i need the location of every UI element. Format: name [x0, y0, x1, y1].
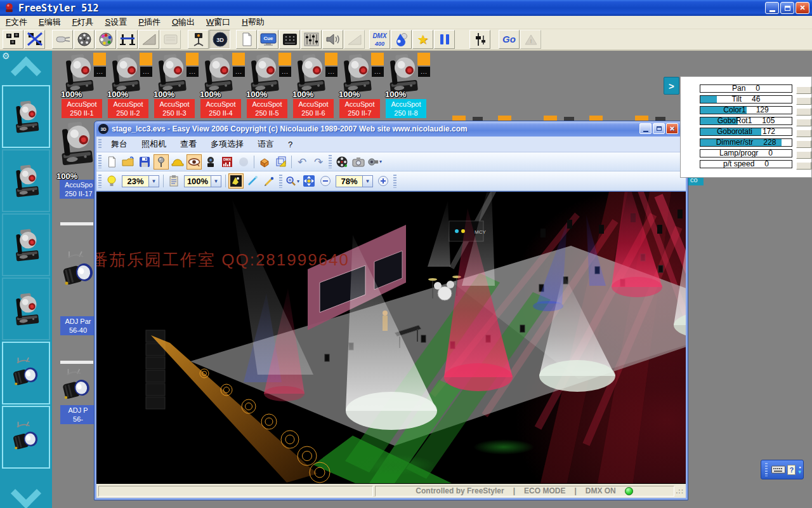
beam-button[interactable]	[138, 30, 159, 49]
droplet-button[interactable]	[391, 30, 412, 49]
ev-close-button[interactable]: ✕	[666, 123, 678, 134]
slider-track[interactable]: Dimmer/str228	[700, 138, 792, 147]
ev-undo-button[interactable]: ↶	[294, 154, 310, 170]
fixture-more-button[interactable]: ...	[372, 67, 384, 77]
faders-button[interactable]	[301, 30, 322, 49]
ev-menu-item[interactable]: 语言	[251, 137, 280, 151]
fixture-more-button[interactable]: ...	[187, 67, 199, 77]
keyboard-button[interactable]	[771, 465, 785, 474]
gear-icon[interactable]: ⚙	[2, 51, 10, 61]
fixture-more-button[interactable]: ...	[140, 67, 152, 77]
fixture-color-swatch[interactable]	[93, 53, 106, 65]
fixture-adj-par-1[interactable]: ADJ Par56-40	[60, 222, 97, 337]
dropdown-caret-icon[interactable]: ▼	[211, 175, 221, 187]
menu-item[interactable]: P插件	[133, 15, 166, 29]
fixture-accuspot-17[interactable]: 100% AccuSpo250 II-17	[56, 118, 95, 201]
fixture-color-swatch[interactable]	[140, 53, 152, 65]
dropdown-caret-icon[interactable]: ▼	[362, 175, 373, 187]
channel-slider-tilt[interactable]: Tilt46	[700, 95, 811, 104]
color-wheel-button[interactable]	[95, 30, 116, 49]
ev-menu-item[interactable]: 照相机	[135, 137, 173, 151]
fixture-250-ii-3[interactable]: ...100%AccuSpot250 II-3	[153, 53, 199, 118]
ev-texture-button[interactable]	[228, 173, 244, 189]
slider-track[interactable]: Lamp/progr0	[700, 149, 792, 157]
lamp-button[interactable]	[52, 30, 73, 49]
fixture-250-ii-2[interactable]: ...100%AccuSpot250 II-2	[107, 53, 153, 118]
ev-menu-item[interactable]: 多项选择	[204, 137, 250, 151]
pause-button[interactable]	[434, 30, 455, 49]
channel-slider-goborot1[interactable]: GoboRot1105	[700, 117, 811, 125]
help-button[interactable]: ?	[787, 465, 796, 475]
minimize-button[interactable]	[765, 2, 779, 14]
sound-button[interactable]	[322, 30, 343, 49]
unpatch-fixtures-button[interactable]	[24, 30, 45, 49]
ev-laser-button[interactable]	[245, 173, 260, 189]
ev-dmx-levels-button[interactable]: DMX	[219, 154, 235, 170]
fixture-more-button[interactable]: ...	[94, 67, 106, 77]
ev-light-button[interactable]	[104, 173, 119, 189]
channel-button[interactable]	[796, 119, 811, 126]
channel-button[interactable]	[796, 86, 811, 94]
sound-to-light-button[interactable]	[279, 30, 300, 49]
sidebar-fixture-moving-head[interactable]	[2, 277, 50, 340]
fixture-color-swatch[interactable]	[186, 53, 199, 65]
menu-item[interactable]: S设置	[100, 15, 133, 29]
fixture-adj-par-2[interactable]: ADJ P56-	[60, 359, 97, 429]
view-zoom-combo[interactable]: 78%▼	[336, 175, 373, 187]
3d-view-button[interactable]: 3D	[209, 30, 230, 49]
sidebar-fixture-par[interactable]	[2, 342, 50, 404]
master-fader-button[interactable]	[469, 30, 490, 49]
stage-3d-viewport[interactable]: MCY	[96, 191, 686, 484]
panel-expand-button[interactable]: >	[664, 77, 679, 95]
channel-slider-color1[interactable]: Color1129	[700, 106, 811, 114]
fixture-250-ii-6[interactable]: ...100%AccuSpot250 II-6	[292, 53, 338, 118]
ev-zoom-tool-button[interactable]: ▾	[285, 173, 300, 189]
channel-slider-lamp-progr[interactable]: Lamp/progr0	[700, 149, 811, 157]
channel-button[interactable]	[796, 162, 811, 170]
channel-slider-pan[interactable]: Pan0	[700, 84, 811, 93]
menu-item[interactable]: F文件	[0, 15, 33, 29]
menu-item[interactable]: E编辑	[33, 15, 67, 29]
light-zoom-value[interactable]: 23%	[122, 175, 148, 187]
slider-track[interactable]: Color1129	[700, 106, 792, 114]
slider-track[interactable]: Tilt46	[700, 95, 792, 104]
ev-minimize-button[interactable]	[639, 123, 652, 134]
channel-slider-goborotati[interactable]: Goborotati172	[700, 128, 811, 136]
channel-button[interactable]	[796, 108, 811, 116]
ev-measure-button[interactable]	[273, 154, 289, 170]
ev-camera-fixture-button[interactable]	[203, 154, 218, 170]
ev-draw-button[interactable]	[261, 173, 277, 189]
ev-record-movie-button[interactable]	[334, 154, 350, 170]
menu-item[interactable]: O输出	[166, 15, 200, 29]
fixture-more-button[interactable]: ...	[325, 67, 337, 77]
fixture-color-swatch[interactable]	[371, 53, 384, 65]
favorites-button[interactable]: ★	[412, 30, 433, 49]
fixture-color-swatch[interactable]	[278, 53, 291, 65]
slider-track[interactable]: Pan0	[700, 84, 792, 93]
fixture-more-button[interactable]: ...	[279, 67, 291, 77]
ev-view-mode-button[interactable]	[187, 154, 202, 170]
fixture-stand-button[interactable]	[188, 30, 209, 49]
ev-object-button[interactable]	[257, 154, 272, 170]
light-zoom-combo[interactable]: 23%▼	[122, 175, 159, 187]
ev-save-button[interactable]	[137, 154, 152, 170]
ev-video-button[interactable]: ▾	[367, 154, 383, 170]
go-button[interactable]: Go	[499, 30, 520, 49]
sidebar-fixture-moving-head[interactable]	[2, 85, 50, 148]
ev-pin-button[interactable]	[154, 154, 169, 170]
patch-fixtures-button[interactable]	[3, 30, 23, 49]
slider-track[interactable]: GoboRot1105	[700, 117, 792, 125]
ev-open-button[interactable]	[121, 154, 136, 170]
channel-slider-dimmer-str[interactable]: Dimmer/str228	[700, 138, 811, 147]
new-show-button[interactable]	[236, 30, 257, 49]
easy-view-window[interactable]: 3D stage_lcc3.evs - Easy View 2006 Copyr…	[94, 121, 688, 500]
sidebar-fixture-moving-head[interactable]	[2, 213, 50, 276]
gobo-wheel-button[interactable]	[74, 30, 95, 49]
menu-item[interactable]: W窗口	[200, 15, 236, 29]
sidebar-fixture-moving-head[interactable]	[2, 149, 50, 212]
sidebar-fixture-par[interactable]	[2, 406, 50, 469]
alert-button[interactable]: !	[520, 30, 541, 49]
fixture-250-ii-4[interactable]: ...100%AccuSpot250 II-4	[199, 53, 246, 118]
menu-item[interactable]: H帮助	[236, 15, 270, 29]
scroll-up-button[interactable]	[0, 57, 52, 86]
